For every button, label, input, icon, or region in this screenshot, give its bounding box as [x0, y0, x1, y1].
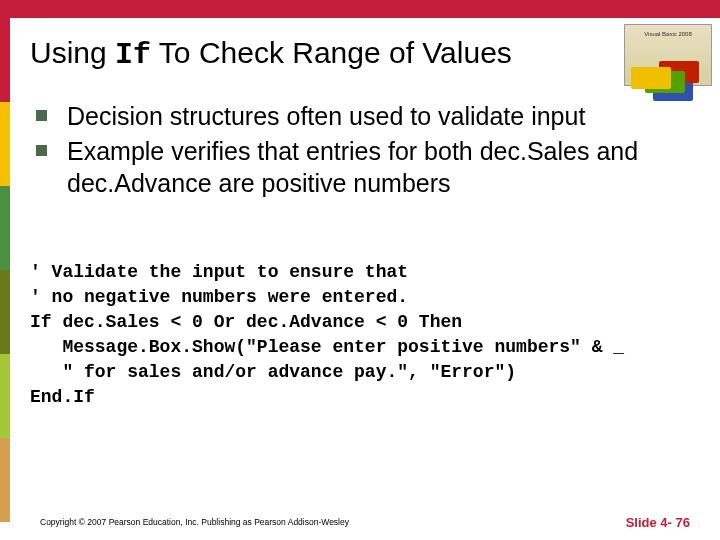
- copyright-text: Copyright © 2007 Pearson Education, Inc.…: [40, 517, 349, 527]
- slide-title: Using If To Check Range of Values: [30, 36, 700, 72]
- list-item: Example verifies that entries for both d…: [36, 135, 700, 200]
- title-prefix: Using: [30, 36, 115, 69]
- sidebar-seg: [0, 186, 10, 270]
- sidebar-seg: [0, 18, 10, 102]
- sidebar-seg: [0, 270, 10, 354]
- slide-number: Slide 4- 76: [626, 515, 690, 530]
- top-accent-bar: [0, 0, 720, 18]
- square-bullet-icon: [36, 145, 47, 156]
- slide-content: Using If To Check Range of Values Decisi…: [10, 18, 720, 522]
- code-line: ' Validate the input to ensure that: [30, 262, 408, 282]
- code-line: ' no negative numbers were entered.: [30, 287, 408, 307]
- title-code-word: If: [115, 38, 151, 72]
- bullet-text: Example verifies that entries for both d…: [67, 135, 700, 200]
- list-item: Decision structures often used to valida…: [36, 100, 700, 133]
- bullet-text: Decision structures often used to valida…: [67, 100, 585, 133]
- code-block: ' Validate the input to ensure that ' no…: [30, 260, 700, 411]
- bullet-list: Decision structures often used to valida…: [36, 100, 700, 200]
- code-line: " for sales and/or advance pay.", "Error…: [30, 362, 516, 382]
- title-suffix: To Check Range of Values: [151, 36, 512, 69]
- square-bullet-icon: [36, 110, 47, 121]
- sidebar-seg: [0, 354, 10, 438]
- footer: Copyright © 2007 Pearson Education, Inc.…: [0, 510, 720, 540]
- code-line: End.If: [30, 387, 95, 407]
- code-line: Message.Box.Show("Please enter positive …: [30, 337, 624, 357]
- sidebar-seg: [0, 102, 10, 186]
- code-line: If dec.Sales < 0 Or dec.Advance < 0 Then: [30, 312, 462, 332]
- left-color-strip: [0, 18, 10, 522]
